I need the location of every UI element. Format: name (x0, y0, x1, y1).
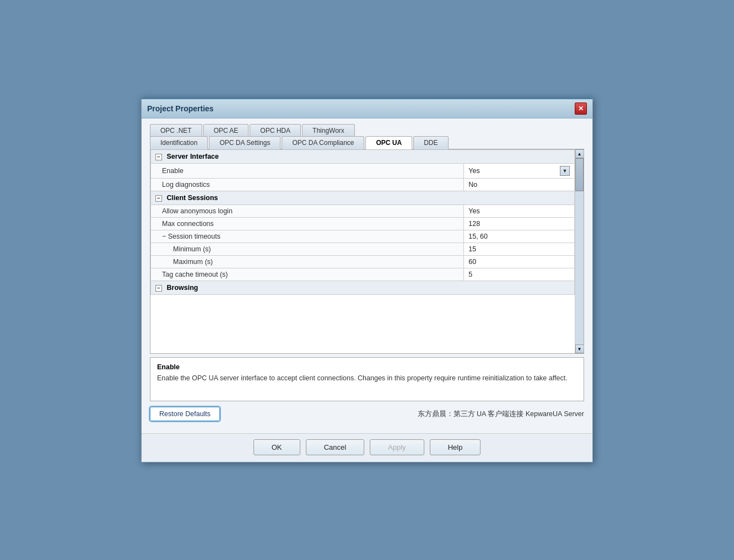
row-max-connections: Max connections 128 (151, 218, 575, 230)
scrollbar[interactable]: ▲ ▼ (575, 149, 584, 353)
section-browsing-label: Browsing (166, 284, 198, 292)
scrollbar-down-btn[interactable]: ▼ (575, 344, 584, 353)
restore-defaults-button[interactable]: Restore Defaults (150, 407, 220, 421)
dialog-title: Project Properties (147, 104, 214, 113)
section-client-sessions-label: Client Sessions (166, 194, 218, 202)
label-enable: Enable (151, 164, 464, 179)
apply-button[interactable]: Apply (370, 439, 424, 455)
cancel-button[interactable]: Cancel (306, 439, 364, 455)
value-max-connections[interactable]: 128 (464, 218, 575, 230)
row-log-diagnostics: Log diagnostics No (151, 179, 575, 191)
tab-thingworx[interactable]: ThingWorx (302, 124, 355, 137)
properties-scroll[interactable]: − Server Interface Enable Yes ▼ (150, 149, 575, 353)
value-minimum[interactable]: 15 (464, 243, 575, 256)
tabs-upper-row: OPC .NET OPC AE OPC HDA ThingWorx (150, 124, 584, 137)
value-enable[interactable]: Yes ▼ (464, 164, 575, 179)
tab-content: − Server Interface Enable Yes ▼ (150, 149, 584, 354)
close-button[interactable]: ✕ (575, 103, 587, 115)
value-tag-cache-timeout[interactable]: 5 (464, 268, 575, 281)
description-text: Enable the OPC UA server interface to ac… (157, 373, 577, 384)
tabs-lower-row: Identification OPC DA Settings OPC DA Co… (150, 136, 584, 149)
toggle-browsing[interactable]: − (155, 285, 162, 292)
tab-opc-da-compliance[interactable]: OPC DA Compliance (282, 136, 364, 149)
tab-opc-net[interactable]: OPC .NET (150, 124, 202, 137)
properties-container: − Server Interface Enable Yes ▼ (150, 149, 584, 353)
tab-identification[interactable]: Identification (150, 136, 208, 149)
toggle-client-sessions[interactable]: − (155, 195, 162, 202)
tab-dde[interactable]: DDE (413, 136, 448, 149)
label-maximum: Maximum (s) (151, 256, 464, 268)
tabs-container: OPC .NET OPC AE OPC HDA ThingWorx Identi… (150, 124, 584, 149)
value-log-diagnostics[interactable]: No (464, 179, 575, 191)
scrollbar-up-btn[interactable]: ▲ (575, 149, 584, 158)
label-allow-anonymous: Allow anonymous login (151, 205, 464, 218)
label-minimum: Minimum (s) (151, 243, 464, 256)
help-button[interactable]: Help (430, 439, 481, 455)
ok-button[interactable]: OK (253, 439, 300, 455)
label-max-connections: Max connections (151, 218, 464, 230)
row-enable: Enable Yes ▼ (151, 164, 575, 179)
tab-opc-hda[interactable]: OPC HDA (250, 124, 301, 137)
toggle-server-interface[interactable]: − (155, 154, 162, 160)
tab-opc-ua[interactable]: OPC UA (365, 136, 412, 149)
description-title: Enable (157, 363, 577, 371)
scrollbar-track[interactable] (575, 158, 584, 344)
dialog-body: OPC .NET OPC AE OPC HDA ThingWorx Identi… (142, 119, 592, 430)
enable-dropdown-arrow[interactable]: ▼ (560, 166, 570, 176)
properties-table: − Server Interface Enable Yes ▼ (150, 149, 575, 295)
row-tag-cache-timeout: Tag cache timeout (s) 5 (151, 268, 575, 281)
row-session-timeouts: − Session timeouts 15, 60 (151, 230, 575, 243)
section-browsing: − Browsing (151, 281, 575, 295)
value-session-timeouts: 15, 60 (464, 230, 575, 243)
label-log-diagnostics: Log diagnostics (151, 179, 464, 191)
label-tag-cache-timeout: Tag cache timeout (s) (151, 268, 464, 281)
section-server-interface-label: Server Interface (166, 153, 219, 160)
title-bar: Project Properties ✕ (142, 99, 592, 119)
footer-area: Restore Defaults 东方鼎晨：第三方 UA 客户端连接 Kepwa… (150, 401, 584, 424)
tab-opc-ae[interactable]: OPC AE (203, 124, 249, 137)
section-server-interface: − Server Interface (151, 150, 575, 164)
toggle-session-timeouts[interactable]: − (162, 233, 166, 240)
footer-info-text: 东方鼎晨：第三方 UA 客户端连接 KepwareUA Server (418, 410, 584, 419)
row-allow-anonymous: Allow anonymous login Yes (151, 205, 575, 218)
row-minimum: Minimum (s) 15 (151, 243, 575, 256)
bottom-buttons-bar: OK Cancel Apply Help (142, 433, 592, 462)
project-properties-dialog: Project Properties ✕ OPC .NET OPC AE OPC… (141, 98, 593, 462)
section-client-sessions: − Client Sessions (151, 191, 575, 205)
scrollbar-thumb[interactable] (575, 158, 584, 191)
tab-opc-da-settings[interactable]: OPC DA Settings (209, 136, 280, 149)
description-box: Enable Enable the OPC UA server interfac… (150, 357, 584, 401)
label-session-timeouts: − Session timeouts (151, 230, 464, 243)
value-allow-anonymous[interactable]: Yes (464, 205, 575, 218)
row-maximum: Maximum (s) 60 (151, 256, 575, 268)
enable-value-text: Yes (468, 167, 479, 175)
value-maximum[interactable]: 60 (464, 256, 575, 268)
